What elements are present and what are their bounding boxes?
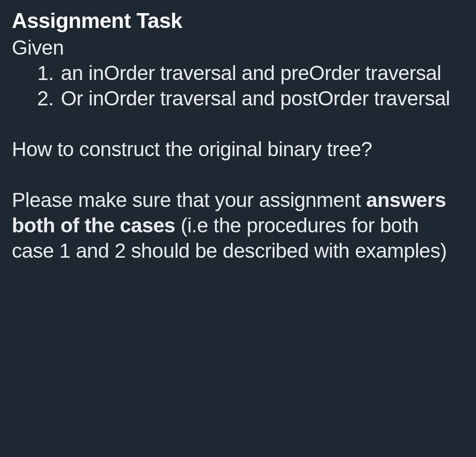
list-item: an inOrder traversal and preOrder traver… <box>37 61 464 86</box>
given-list: an inOrder traversal and preOrder traver… <box>12 61 464 111</box>
assignment-heading: Assignment Task <box>12 8 464 34</box>
list-item: Or inOrder traversal and postOrder trave… <box>37 86 464 111</box>
closing-paragraph: Please make sure that your assignment an… <box>12 187 464 264</box>
question-paragraph: How to construct the original binary tre… <box>12 137 464 162</box>
closing-text-part1: Please make sure that your assignment <box>12 189 366 211</box>
given-label: Given <box>12 35 464 61</box>
